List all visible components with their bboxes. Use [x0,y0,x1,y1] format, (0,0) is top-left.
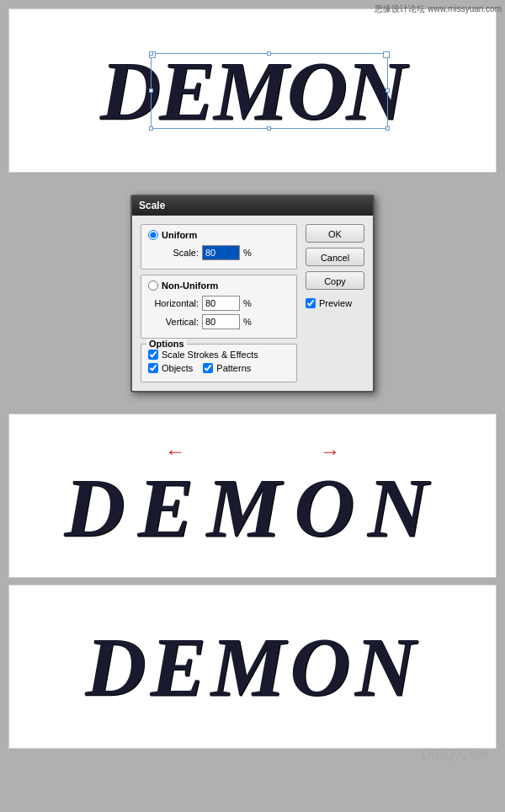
dialog-right: OK Cancel Copy Preview [306,224,364,382]
horizontal-label: Horizontal: [148,298,199,308]
uniform-group: Uniform Scale: % [141,224,297,270]
arrow-left-icon: ← [165,441,185,462]
vertical-unit: % [243,317,252,327]
options-label: Options [146,339,187,349]
panel-4: DEMON [8,585,497,749]
dialog-titlebar: Scale [132,196,373,216]
arrows-row: ← → [165,441,340,462]
scale-unit: % [243,248,252,258]
preview-label: Preview [319,298,352,308]
patterns-checkbox[interactable] [203,363,213,373]
arrow-right-icon: → [320,441,340,462]
objects-row: Objects [148,363,193,373]
scale-dialog: Scale Uniform Scale: % [130,195,375,393]
options-group: Options Scale Strokes & Effects Objects … [141,344,297,382]
patterns-label: Patterns [216,363,251,373]
preview-checkbox[interactable] [306,298,316,308]
cancel-button[interactable]: Cancel [306,248,364,266]
panel-3: ← → DEMON [8,414,497,578]
scale-dialog-wrapper: Scale Uniform Scale: % [8,179,497,407]
dialog-body: Uniform Scale: % Non-Uniform Hor [132,216,373,391]
horizontal-unit: % [243,298,252,308]
handle-tm [267,51,271,56]
uniform-label: Uniform [162,230,197,240]
scale-strokes-row: Scale Strokes & Effects [148,350,290,360]
objects-label: Objects [162,363,193,373]
handle-tl [149,51,153,56]
scale-input[interactable] [202,245,240,260]
objects-checkbox[interactable] [148,363,158,373]
dialog-left: Uniform Scale: % Non-Uniform Hor [141,224,297,382]
handle-tr [385,51,390,56]
demon-text-3: DEMON [64,466,440,550]
vertical-input-row: Vertical: % [148,314,290,329]
watermark-top: 思缘设计论坛 www.missyuan.com [375,3,502,15]
non-uniform-radio[interactable] [148,280,158,291]
horizontal-input-row: Horizontal: % [148,296,290,311]
vertical-input[interactable] [202,314,240,329]
ok-button[interactable]: OK [306,224,364,243]
handle-bm [267,126,271,131]
handle-mr [385,88,390,93]
uniform-radio[interactable] [148,230,158,240]
panel-1: DEMON [8,8,497,173]
demon-text-4: DEMON [85,625,419,709]
copy-button[interactable]: Copy [306,271,364,290]
non-uniform-group: Non-Uniform Horizontal: % Vertical: % [141,275,297,339]
non-uniform-radio-row: Non-Uniform [148,280,290,291]
handle-ml [149,88,153,93]
scale-label: Scale: [148,248,199,258]
scale-strokes-checkbox[interactable] [148,350,158,360]
scale-strokes-label: Scale Strokes & Effects [162,350,258,360]
non-uniform-label: Non-Uniform [162,280,218,291]
vertical-label: Vertical: [148,317,199,327]
scale-input-row: Scale: % [148,245,290,260]
patterns-row: Patterns [203,363,251,373]
handle-bl [149,126,153,131]
preview-row: Preview [306,298,364,308]
uniform-radio-row: Uniform [148,230,290,240]
handle-br [385,126,390,131]
horizontal-input[interactable] [202,296,240,311]
objects-patterns-row: Objects Patterns [148,363,290,377]
watermark-bottom: UiBQ.CoM [422,747,488,762]
selection-box [151,53,388,129]
demon-text-container: DEMON [100,49,405,133]
